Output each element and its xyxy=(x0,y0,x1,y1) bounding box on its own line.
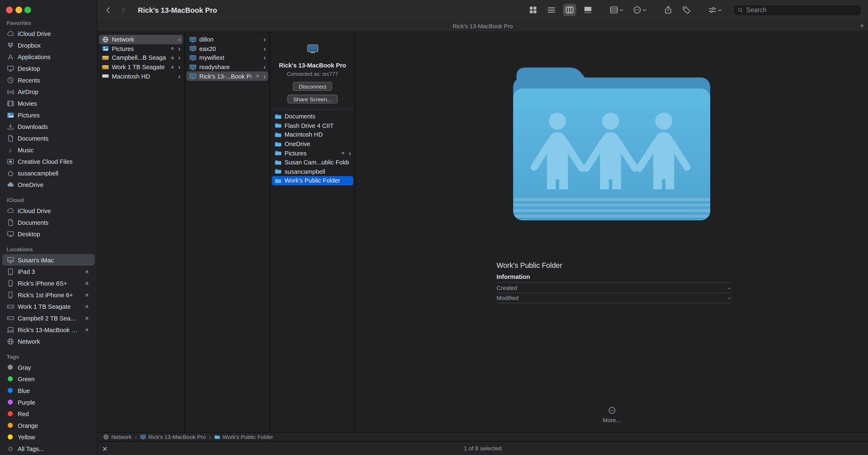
file-item-dillon[interactable]: dillon› xyxy=(187,35,268,44)
file-item-macintosh-hd[interactable]: Macintosh HD› xyxy=(99,72,183,81)
sidebar-section-label: Locations xyxy=(7,246,97,252)
file-item-flash-drive-4-ciit[interactable]: Flash Drive 4 CIIT xyxy=(272,121,353,130)
view-columns-button[interactable] xyxy=(563,4,576,16)
chevron-right-icon: › xyxy=(264,45,266,52)
film-icon xyxy=(5,99,15,107)
row-accessories: › xyxy=(253,73,266,79)
tag-button[interactable] xyxy=(680,4,693,16)
sidebar-item-icloud-drive[interactable]: iCloud Drive xyxy=(2,205,95,217)
sidebar-item-label: Downloads xyxy=(18,123,91,130)
file-item-documents[interactable]: Documents xyxy=(272,112,353,121)
sidebar-item-desktop[interactable]: Desktop xyxy=(2,228,95,239)
view-list-button[interactable] xyxy=(545,4,558,16)
file-item-onedrive[interactable]: OneDrive xyxy=(272,139,353,149)
sidebar-item-movies[interactable]: Movies xyxy=(2,97,95,109)
file-item-label: Work 1 TB Seagate xyxy=(112,64,166,70)
sidebar-item-downloads[interactable]: Downloads xyxy=(2,121,95,132)
sidebar-item-ipad-3[interactable]: iPad 3 xyxy=(2,266,95,278)
view-gallery-button[interactable] xyxy=(581,4,595,16)
sidebar-item-work-1-tb-seagate[interactable]: Work 1 TB Seagate xyxy=(2,301,95,312)
computer-icon xyxy=(189,73,197,80)
sidebar-item-rick-s-13-macbook-pro[interactable]: Rick's 13-MacBook Pro xyxy=(2,324,95,335)
file-item-susan-cam-ublic-folder[interactable]: Susan Cam...ublic Folder xyxy=(272,158,353,167)
back-button[interactable] xyxy=(105,6,112,14)
sidebar-item-label: Orange xyxy=(18,422,91,429)
sidebar-item-susancampbell[interactable]: susancampbell xyxy=(2,167,95,179)
file-item-work-s-public-folder[interactable]: Work's Public Folder xyxy=(272,176,353,185)
sidebar-item-pictures[interactable]: Pictures xyxy=(2,109,95,121)
laptop-icon xyxy=(5,326,15,333)
path-segment-rick-s-13-macbook-pro[interactable]: Rick's 13-MacBook Pro xyxy=(140,434,206,440)
file-item-work-1-tb-seagate[interactable]: Work 1 TB Seagate› xyxy=(99,62,183,72)
sidebar-item-airdrop[interactable]: AirDrop xyxy=(2,86,95,98)
zoom-window-button[interactable] xyxy=(25,7,31,13)
computer-icon xyxy=(189,45,197,52)
file-item-susancampbell[interactable]: susancampbell xyxy=(272,167,353,176)
file-item-pictures[interactable]: Pictures› xyxy=(272,149,353,158)
path-segment-network[interactable]: Network xyxy=(103,434,132,440)
sidebar-item-applications[interactable]: Applications xyxy=(2,51,95,63)
share-screen-button[interactable]: Share Screen... xyxy=(287,95,338,103)
information-table: Created--Modified-- xyxy=(496,282,731,303)
search-input[interactable] xyxy=(746,7,857,13)
sidebar-item-purple[interactable]: Purple xyxy=(2,396,95,408)
photo-icon xyxy=(101,45,110,52)
sidebar-item-rick-s-iphone-6s[interactable]: Rick's iPhone 6S+ xyxy=(2,277,95,289)
sidebar-item-all-tags[interactable]: All Tags... xyxy=(2,443,95,454)
disconnect-button[interactable]: Disconnect xyxy=(293,82,332,91)
close-icon[interactable]: × xyxy=(102,444,107,453)
sidebar-item-blue[interactable]: Blue xyxy=(2,385,95,396)
sidebar-item-yellow[interactable]: Yellow xyxy=(2,431,95,443)
sidebar-item-documents[interactable]: Documents xyxy=(2,132,95,144)
view-grid-icon xyxy=(529,5,537,14)
search-field[interactable] xyxy=(733,4,862,16)
sliders-icon xyxy=(708,5,717,14)
sidebar-item-recents[interactable]: Recents xyxy=(2,74,95,86)
sidebar-item-icloud-drive[interactable]: iCloud Drive xyxy=(2,28,95,39)
path-segment-work-s-public-folder[interactable]: Work's Public Folder xyxy=(214,434,273,440)
finder-window: Rick's 13-MacBook Pro Rick's 13-MacBook … xyxy=(0,0,868,455)
folder-icon xyxy=(274,131,282,138)
file-item-label: Macintosh HD xyxy=(112,73,176,79)
file-item-mywifiext[interactable]: mywifiext› xyxy=(187,53,268,62)
sidebar-item-susan-s-imac[interactable]: Susan's iMac xyxy=(2,254,95,266)
group-button[interactable] xyxy=(607,4,625,16)
file-item-macintosh-hd[interactable]: Macintosh HD xyxy=(272,130,353,139)
sidebar-item-campbell-2-tb-seagate[interactable]: Campbell 2 TB Seagate xyxy=(2,312,95,324)
preview-title: Work's Public Folder xyxy=(496,261,562,269)
eject-icon xyxy=(82,292,91,297)
minimize-window-button[interactable] xyxy=(15,7,22,13)
more-circle-button[interactable] xyxy=(630,4,649,16)
new-tab-button[interactable]: + xyxy=(860,22,864,29)
sidebar-item-desktop[interactable]: Desktop xyxy=(2,62,95,74)
file-item-campbell-b-seagate[interactable]: Campbell...B Seagate› xyxy=(99,53,183,62)
file-item-network[interactable]: Network› xyxy=(99,35,183,44)
file-item-readyshare[interactable]: readyshare› xyxy=(187,62,268,72)
sidebar-item-dropbox[interactable]: Dropbox xyxy=(2,39,95,51)
tab-title[interactable]: Rick's 13-MacBook Pro xyxy=(453,22,513,29)
file-item-rick-s-13-book-pro[interactable]: Rick's 13-...Book Pro› xyxy=(187,72,268,81)
file-item-pictures[interactable]: Pictures› xyxy=(99,44,183,53)
sidebar-item-music[interactable]: ♪Music xyxy=(2,144,95,156)
close-window-button[interactable] xyxy=(6,7,13,13)
sidebar-item-gray[interactable]: Gray xyxy=(2,361,95,373)
sidebar-item-creative-cloud-files[interactable]: Creative Cloud Files xyxy=(2,155,95,167)
sidebar-item-label: All Tags... xyxy=(18,445,91,452)
sidebar-item-orange[interactable]: Orange xyxy=(2,420,95,431)
sidebar-item-red[interactable]: Red xyxy=(2,408,95,420)
server-header: Rick's 13-MacBook Pro Connected as: src7… xyxy=(270,35,355,104)
sidebar-item-green[interactable]: Green xyxy=(2,373,95,385)
sidebar-section-locations: LocationsSusan's iMaciPad 3Rick's iPhone… xyxy=(0,246,97,347)
file-item-eax20[interactable]: eax20› xyxy=(187,44,268,53)
share-button[interactable] xyxy=(661,4,675,16)
file-item-label: Campbell...B Seagate xyxy=(112,55,166,61)
sliders-button[interactable] xyxy=(706,4,724,16)
sidebar-item-rick-s-1st-iphone-6[interactable]: Rick's 1st iPhone 6+ xyxy=(2,289,95,301)
sidebar-item-network[interactable]: Network xyxy=(2,335,95,347)
forward-button[interactable] xyxy=(120,6,127,14)
sidebar-item-documents[interactable]: Documents xyxy=(2,217,95,228)
view-grid-button[interactable] xyxy=(526,4,540,16)
globe-icon xyxy=(5,337,15,345)
more-section[interactable]: More... xyxy=(355,406,868,423)
sidebar-item-onedrive[interactable]: OneDrive xyxy=(2,179,95,191)
